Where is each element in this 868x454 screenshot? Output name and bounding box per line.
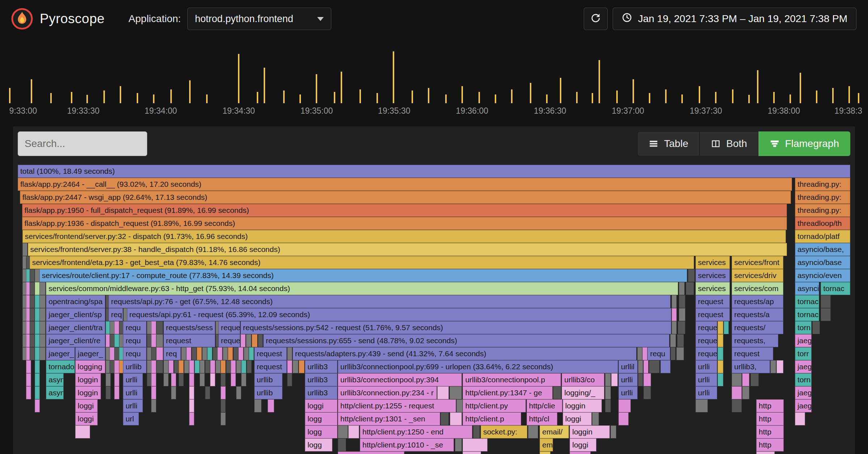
application-select[interactable]: hotrod.python.frontend [187,8,331,30]
flame-block[interactable] [39,282,46,295]
flame-block[interactable] [258,334,263,347]
flame-block[interactable]: request [732,347,773,360]
flame-block[interactable] [592,412,599,425]
flame-block[interactable] [226,360,231,373]
flame-block[interactable]: logging/_ [562,386,604,399]
flame-block[interactable]: requests/a [732,308,783,321]
flame-block[interactable]: async [46,373,63,386]
both-view-button[interactable]: Both [699,131,758,156]
flame-block[interactable]: urllib [254,386,282,399]
flame-block[interactable] [200,360,205,373]
flame-block[interactable]: http [756,399,784,412]
flame-block[interactable] [287,347,292,360]
flame-block[interactable] [618,412,629,425]
flame-block[interactable] [821,295,831,308]
flame-block[interactable] [293,360,298,373]
flame-block[interactable]: services [695,256,730,269]
flame-block[interactable] [200,373,205,386]
flame-block[interactable] [638,360,643,373]
flame-block[interactable] [252,334,258,347]
flame-block[interactable] [812,321,820,334]
flame-block[interactable] [618,399,631,412]
flame-block[interactable] [35,308,40,321]
flame-block[interactable]: asyncio/base [795,256,850,269]
flame-block[interactable]: urllib3/connectionpool.p [463,373,561,386]
flame-block[interactable]: http [756,425,784,438]
flame-block[interactable] [732,373,742,386]
flame-block[interactable]: tornado [46,360,75,373]
flame-block[interactable]: request [254,360,287,373]
flame-block[interactable] [231,373,236,386]
flame-block[interactable]: urlli [695,373,717,386]
flame-block[interactable] [30,334,35,347]
flame-block[interactable] [35,334,40,347]
table-view-button[interactable]: Table [637,131,699,156]
flame-block[interactable] [649,360,660,373]
flame-block[interactable]: em [540,438,553,451]
flame-block[interactable]: urllib3/connection.py:234 - r [338,386,437,399]
flame-block[interactable] [22,243,27,256]
flame-block[interactable]: urllib [123,360,146,373]
flame-block[interactable] [241,334,246,347]
refresh-button[interactable] [584,8,608,30]
flame-block[interactable] [189,360,194,373]
flame-block[interactable] [195,360,200,373]
flame-block[interactable] [450,386,462,399]
flame-block[interactable]: requ [647,347,670,360]
flame-block[interactable] [670,334,676,347]
flame-block[interactable]: urllib3/co [562,373,604,386]
flame-block[interactable]: jaeg [795,386,812,399]
flame-block[interactable] [35,373,40,386]
flame-block[interactable]: email/ [540,425,569,438]
flame-block[interactable] [210,360,215,373]
flame-block[interactable]: services/frontend/eta.py:13 - get_best_e… [30,256,694,269]
flame-block[interactable] [528,425,538,438]
flame-block[interactable]: reque [218,321,240,334]
flame-block[interactable] [688,269,694,282]
flame-block[interactable] [233,347,238,360]
flame-block[interactable]: http/client.py:1347 - ge [463,386,553,399]
flame-block[interactable]: requests/api.py:61 - request (65.39%, 12… [127,308,671,321]
flame-block[interactable] [156,334,163,347]
flame-block[interactable] [106,373,111,386]
flame-block[interactable] [236,360,241,373]
flame-block[interactable]: torr [795,347,812,360]
flame-block[interactable] [221,412,226,425]
flame-block[interactable]: jaeger_ [46,347,75,360]
flame-block[interactable] [732,399,742,412]
flame-block[interactable] [171,373,176,386]
flame-block[interactable]: urllib3 [305,373,337,386]
flame-block[interactable]: reque [695,347,717,360]
flame-block[interactable] [611,373,617,386]
flame-block[interactable] [189,373,194,386]
flame-block[interactable]: http [756,412,784,425]
flame-block[interactable] [638,373,643,386]
flame-block[interactable]: opentracing/spa [46,295,105,308]
flame-block[interactable] [756,451,775,454]
flame-block[interactable] [30,308,35,321]
flame-block[interactable] [241,373,246,386]
flame-block[interactable] [750,373,759,386]
flame-block[interactable]: jaeger_client/tra [46,321,105,334]
flame-block[interactable] [450,412,462,425]
flame-block[interactable] [718,321,723,334]
flame-block[interactable] [26,373,31,386]
flame-block[interactable] [184,360,189,373]
flame-block[interactable]: flask/app.py:2464 - __call__ (93.02%, 17… [18,178,792,191]
flame-block[interactable] [299,360,305,373]
flame-block[interactable] [35,347,40,360]
flame-block[interactable] [553,386,561,399]
flame-block[interactable]: jaeg [795,399,812,412]
flame-block[interactable] [679,308,685,321]
flame-block[interactable]: http/client.py:1250 - end [360,425,472,438]
flame-block[interactable]: threading.py: [795,191,850,204]
flame-block[interactable]: request [163,334,215,347]
flame-block[interactable]: urllil [618,360,638,373]
flame-block[interactable]: tornac [795,295,819,308]
flame-block[interactable] [171,386,176,399]
flame-block[interactable] [106,386,111,399]
flame-block[interactable] [676,347,684,360]
flame-block[interactable] [244,347,249,360]
flame-block[interactable]: threading.py: [795,178,850,191]
flame-block[interactable] [605,373,611,386]
